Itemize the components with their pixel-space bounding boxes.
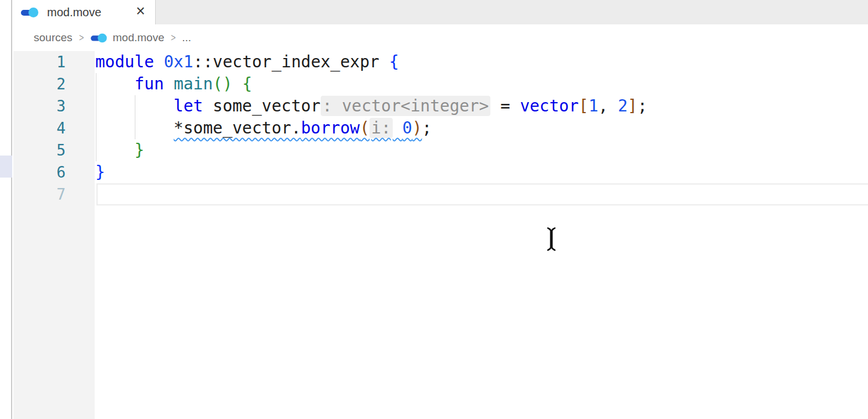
code-area[interactable]: module 0x1::vector_index_expr { fun main… bbox=[95, 51, 868, 419]
line-number[interactable]: 7 bbox=[13, 183, 95, 205]
chevron-right-icon: > bbox=[79, 32, 84, 44]
code-lines: module 0x1::vector_index_expr { fun main… bbox=[95, 51, 868, 205]
tab-mod-move[interactable]: mod.move × bbox=[13, 0, 156, 24]
close-tab-icon[interactable]: × bbox=[133, 5, 148, 20]
left-margin bbox=[0, 0, 12, 419]
breadcrumb-item-file[interactable]: mod.move bbox=[113, 31, 164, 44]
line-number[interactable]: 4 bbox=[13, 117, 95, 139]
chevron-right-icon: > bbox=[171, 32, 175, 44]
code-line[interactable]: module 0x1::vector_index_expr { bbox=[95, 51, 868, 73]
code-line[interactable]: } bbox=[95, 139, 868, 161]
code-line[interactable]: let some_vector: vector<integer> = vecto… bbox=[95, 95, 868, 117]
code-line[interactable]: fun main() { bbox=[95, 73, 868, 95]
code-line[interactable] bbox=[95, 183, 868, 205]
code-editor[interactable]: 1234567 module 0x1::vector_index_expr { … bbox=[13, 51, 868, 419]
tab-label: mod.move bbox=[47, 6, 101, 19]
breadcrumb-item-symbol[interactable]: ... bbox=[182, 31, 191, 44]
editor-window: mod.move × sources > mod.move > ... 1234… bbox=[0, 0, 868, 419]
code-line[interactable]: *some_vector.borrow(i: 0); bbox=[95, 117, 868, 139]
line-number[interactable]: 3 bbox=[13, 95, 95, 117]
breadcrumb: sources > mod.move > ... bbox=[13, 24, 868, 51]
move-language-icon bbox=[21, 7, 39, 17]
code-line[interactable]: } bbox=[95, 161, 868, 183]
breadcrumb-item-sources[interactable]: sources bbox=[34, 31, 73, 44]
text-cursor-ibeam-icon bbox=[546, 226, 557, 254]
line-number[interactable]: 2 bbox=[13, 73, 95, 95]
left-edge-decoration bbox=[0, 156, 12, 178]
move-language-icon bbox=[91, 33, 107, 43]
line-number[interactable]: 1 bbox=[13, 51, 95, 73]
line-number[interactable]: 6 bbox=[13, 161, 95, 183]
tab-bar: mod.move × bbox=[13, 0, 868, 24]
line-number[interactable]: 5 bbox=[13, 139, 95, 161]
gutter: 1234567 bbox=[13, 51, 95, 419]
